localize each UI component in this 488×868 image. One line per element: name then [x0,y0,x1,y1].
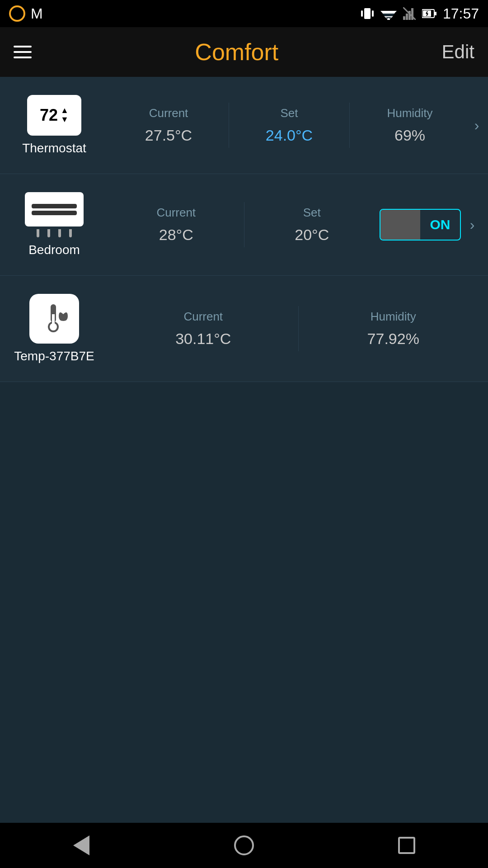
temp-sensor-current-value: 30.11°C [175,330,231,348]
back-icon [73,835,89,855]
ac-drip [37,229,72,237]
temp-sensor-current-label: Current [183,310,223,324]
bedroom-toggle[interactable]: ON [380,209,461,241]
page-title: Comfort [195,38,278,66]
ac-icon [25,192,84,226]
svg-rect-9 [406,14,408,20]
edit-button[interactable]: Edit [442,41,474,63]
status-bar-right: 17:57 [361,5,479,22]
app-header: Comfort Edit [0,27,488,77]
thermostat-arrows: ▲ ▼ [61,106,69,124]
thermostat-chevron-icon: › [470,118,483,132]
thermostat-humidity-value: 69% [394,127,425,144]
status-bar: M [0,0,488,27]
thermostat-set-col: Set 24.0°C [229,102,349,149]
thermostat-card[interactable]: 72 ▲ ▼ Thermostat Current 27.5°C Set 24.… [0,77,488,174]
bedroom-current-col: Current 28°C [108,201,244,248]
temp-sensor-label: Temp-377B7E [14,349,94,363]
signal-icon [403,7,416,20]
bedroom-set-label: Set [303,206,321,220]
main-content: 72 ▲ ▼ Thermostat Current 27.5°C Set 24.… [0,77,488,382]
bedroom-set-value: 20°C [295,226,329,244]
thermostat-set-label: Set [280,106,298,120]
svg-rect-8 [403,16,405,20]
temp-sensor-data: Current 30.11°C Humidity 77.92% [108,305,488,352]
temp-sensor-current-col: Current 30.11°C [108,305,298,352]
temp-sensor-svg [36,301,72,337]
notification-icon [9,5,25,22]
thermostat-humidity-label: Humidity [387,106,432,120]
bedroom-icon-section: Bedroom [0,183,108,266]
wifi-icon [380,7,397,20]
vibrate-icon [361,6,374,21]
svg-point-22 [50,323,57,330]
temp-sensor-icon [29,294,79,344]
status-bar-left: M [9,5,43,22]
thermostat-data: Current 27.5°C Set 24.0°C Humidity 69% › [108,102,488,149]
battery-icon [422,9,436,19]
temp-sensor-card[interactable]: Temp-377B7E Current 30.11°C Humidity 77.… [0,276,488,382]
temp-sensor-icon-section: Temp-377B7E [0,285,108,373]
thermostat-humidity-col: Humidity 69% [350,102,470,149]
svg-rect-15 [435,12,436,15]
hamburger-line-2 [14,51,32,53]
home-button[interactable] [230,832,258,859]
thermostat-current-label: Current [149,106,188,120]
svg-rect-1 [361,10,363,17]
temp-sensor-humidity-value: 77.92% [367,330,419,348]
recent-button[interactable] [393,832,420,859]
svg-rect-2 [372,10,374,17]
hamburger-line-3 [14,57,32,58]
bedroom-current-label: Current [156,206,196,220]
toggle-on-side: ON [420,210,460,240]
bedroom-set-col: Set 20°C [244,201,380,248]
temp-sensor-humidity-label: Humidity [371,310,416,324]
nav-bar [0,823,488,868]
bedroom-chevron-icon: › [465,218,479,231]
toggle-off-side [380,210,420,240]
bedroom-card[interactable]: Bedroom Current 28°C Set 20°C ON › [0,174,488,276]
temp-sensor-humidity-col: Humidity 77.92% [299,305,488,352]
thermostat-set-value: 24.0°C [266,127,313,144]
hamburger-line-1 [14,46,32,47]
bedroom-data: Current 28°C Set 20°C ON › [108,201,488,248]
thermostat-current-col: Current 27.5°C [108,102,229,149]
thermostat-number: 72 [40,107,58,123]
bedroom-label: Bedroom [28,243,80,257]
thermostat-label: Thermostat [22,141,86,156]
recent-icon [398,837,415,854]
gmail-icon: M [31,5,43,22]
status-time: 17:57 [443,5,479,22]
thermostat-icon: 72 ▲ ▼ [27,95,81,136]
home-icon [234,835,254,855]
back-button[interactable] [68,832,95,859]
thermostat-current-value: 27.5°C [145,127,192,144]
menu-button[interactable] [14,46,32,58]
bedroom-current-value: 28°C [159,226,193,244]
svg-rect-0 [364,8,371,19]
thermostat-icon-section: 72 ▲ ▼ Thermostat [0,86,108,165]
